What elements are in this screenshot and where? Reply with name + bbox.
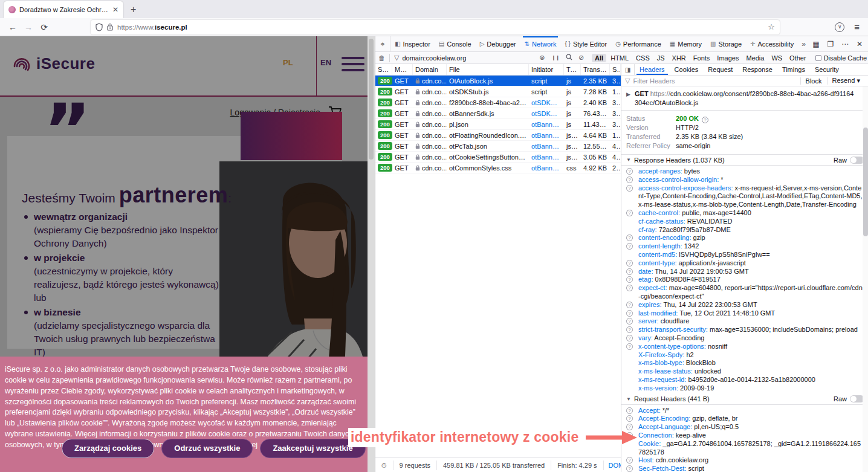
pause-icon[interactable]: ❙❙ — [548, 55, 562, 60]
help-icon[interactable]: ? — [626, 415, 633, 422]
filter-pill-fonts[interactable]: Fonts — [690, 54, 713, 62]
devtools-tab-inspector[interactable]: ◧Inspector — [390, 36, 435, 51]
header-row[interactable]: X-Firefox-Spdy: h2 — [621, 351, 868, 360]
header-row[interactable]: ?vary: Accept-Encoding — [621, 334, 868, 343]
app-menu-icon[interactable]: ≡ — [854, 22, 860, 32]
table-row[interactable]: 200GETcdn.co…otFloatingRoundedIcon.jsono… — [375, 130, 621, 141]
devtools-tab-network[interactable]: ⇅Network — [520, 36, 561, 51]
header-row[interactable]: ?cache-control: public, max-age=14400 — [621, 209, 868, 218]
table-row[interactable]: 200GETcdn.co…otPcTab.jsonotBanner…json12… — [375, 141, 621, 152]
shield-icon[interactable] — [96, 23, 103, 31]
header-row[interactable]: ?access-control-allow-origin: * — [621, 176, 868, 184]
filter-pill-all[interactable]: All — [592, 54, 606, 62]
table-row[interactable]: 200GETcdn.co…otSDKStub.jsscriptjs7.28 KB… — [375, 86, 621, 97]
devtools-tab-debugger[interactable]: ▷Debugger — [476, 36, 520, 51]
url-bar[interactable]: https://www.isecure.pl ☆ — [91, 20, 780, 34]
initiator-cell[interactable]: otBanner… — [529, 119, 564, 129]
header-row[interactable]: ?expect-ct: max-age=604800, report-uri="… — [621, 284, 868, 301]
url-text[interactable]: https://www.isecure.pl — [117, 24, 768, 31]
help-icon[interactable]: ? — [626, 302, 633, 308]
header-row[interactable]: ?content-encoding: gzip — [621, 234, 868, 242]
filter-pill-html[interactable]: HTML — [607, 54, 632, 62]
header-row[interactable]: x-ms-lease-status: unlocked — [621, 367, 868, 376]
table-row[interactable]: 200GETcdn.co…OtAutoBlock.jsscriptjs2.35 … — [375, 76, 621, 86]
help-icon[interactable]: ? — [626, 243, 633, 250]
help-icon[interactable]: ? — [626, 407, 633, 414]
help-icon[interactable]: ? — [626, 326, 633, 333]
resend-button[interactable]: Resend ▾ — [827, 77, 866, 85]
filter-pill-ws[interactable]: WS — [768, 54, 785, 62]
filter-pill-other[interactable]: Other — [786, 54, 809, 62]
column-header-domain[interactable]: Domain — [413, 64, 447, 75]
column-header-st[interactable]: St… — [375, 64, 392, 75]
help-icon[interactable]: ? — [626, 318, 633, 325]
initiator-cell[interactable]: otSDKSt… — [529, 97, 564, 108]
request-headers-section[interactable]: ▼ Request Headers (441 B) Raw — [621, 394, 868, 405]
forward-icon[interactable]: → — [21, 22, 36, 32]
cookie-button-2[interactable]: Odrzuć wszystkie — [161, 439, 253, 458]
header-row[interactable]: ?access-control-expose-headers: x-ms-req… — [621, 184, 868, 209]
header-row[interactable]: ?content-type: application/x-javascript — [621, 259, 868, 268]
split-panel-icon[interactable]: ◨ — [621, 64, 635, 75]
meatball-menu-icon[interactable]: ⋯ — [838, 40, 852, 48]
search-icon[interactable] — [563, 54, 575, 62]
page-scrollbar[interactable] — [368, 36, 375, 472]
filter-pill-js[interactable]: JS — [654, 54, 668, 62]
header-row[interactable]: ?etag: 0x8D98D8F4F819517 — [621, 276, 868, 284]
clear-filter-icon[interactable]: ⊗ — [539, 54, 548, 62]
details-tab-timings[interactable]: Timings — [777, 64, 810, 75]
details-scrollbar[interactable] — [863, 86, 868, 472]
header-row[interactable]: ?server: cloudflare — [621, 317, 868, 326]
filter-pill-css[interactable]: CSS — [633, 54, 653, 62]
header-row[interactable]: Cookie: _ga=GA1.2.704861004.1657825178; … — [621, 440, 868, 457]
header-row[interactable]: ?Host: cdn.cookielaw.org — [621, 456, 868, 465]
devtools-tab-memory[interactable]: ▦Memory — [666, 36, 706, 51]
response-headers-section[interactable]: ▼ Response Headers (1.037 KB) Raw — [621, 155, 868, 166]
header-row[interactable]: content-md5: lSVHQDp8yLpS5h8SniPgIw== — [621, 251, 868, 259]
pocket-icon[interactable]: ∨ — [835, 22, 844, 32]
column-header-size[interactable]: Size — [610, 64, 621, 75]
filter-headers-input[interactable]: Filter Headers — [633, 77, 675, 85]
header-row[interactable]: cf-ray: 72ac80f79f5a7b87-DME — [621, 226, 868, 234]
header-row[interactable]: x-ms-version: 2009-09-19 — [621, 384, 868, 393]
details-tab-request[interactable]: Request — [703, 64, 737, 75]
header-row[interactable]: ?Sec-Fetch-Dest: script — [621, 465, 868, 472]
new-tab-button[interactable]: + — [131, 1, 136, 18]
header-row[interactable]: cf-cache-status: REVALIDATED — [621, 218, 868, 226]
browser-tab[interactable]: Doradztwo w Zakresie Ochrony Dany ✕ — [4, 1, 123, 18]
header-row[interactable]: ?Accept: */* — [621, 407, 868, 415]
initiator-cell[interactable]: otBanner… — [529, 130, 564, 140]
filter-urls-input[interactable]: domain:cookielaw.org ⊗ — [402, 54, 548, 62]
devtools-tab-accessibility[interactable]: ✛Accessibility — [746, 36, 798, 51]
header-row[interactable]: ?content-length: 1342 — [621, 242, 868, 251]
table-row[interactable]: 200GETcdn.co…f2890bc8-88eb-4bac-a266-df9… — [375, 97, 621, 108]
close-devtools-icon[interactable]: ✕ — [853, 40, 866, 48]
more-tabs-icon[interactable]: » — [798, 36, 809, 51]
help-icon[interactable]: ? — [626, 310, 633, 317]
devtools-tab-storage[interactable]: ▥Storage — [706, 36, 746, 51]
help-icon[interactable]: ? — [626, 210, 633, 216]
help-icon[interactable]: ? — [626, 168, 633, 175]
details-tab-headers[interactable]: Headers — [635, 64, 670, 75]
help-icon[interactable]: ? — [626, 268, 633, 275]
cookie-button-1[interactable]: Zarządzaj cookies — [62, 439, 154, 458]
header-row[interactable]: x-ms-blob-type: BlockBlob — [621, 359, 868, 367]
column-header-transferred[interactable]: Transferred — [581, 64, 610, 75]
help-icon[interactable]: ? — [626, 343, 633, 350]
header-row[interactable]: ?expires: Thu, 14 Jul 2022 23:00:53 GMT — [621, 301, 868, 309]
help-icon[interactable]: ? — [626, 260, 633, 267]
bookmark-star-icon[interactable]: ☆ — [768, 22, 775, 31]
help-icon[interactable]: ? — [626, 185, 633, 192]
expand-triangle-icon[interactable]: ▶ — [626, 90, 630, 99]
help-icon[interactable]: ? — [626, 457, 633, 464]
initiator-cell[interactable]: otBanner… — [529, 141, 564, 151]
filter-pill-images[interactable]: Images — [714, 54, 742, 62]
header-row[interactable]: ?Accept-Language: pl,en-US;q=0.5 — [621, 423, 868, 432]
help-icon[interactable]: ? — [626, 234, 633, 241]
separate-window-icon[interactable]: ❐ — [824, 40, 837, 48]
column-header-file[interactable]: File — [447, 64, 529, 75]
column-header-initiator[interactable]: Initiator — [529, 64, 564, 75]
header-row[interactable]: ?strict-transport-security: max-age=3153… — [621, 326, 868, 334]
devtools-tab-style-editor[interactable]: { }Style Editor — [560, 36, 611, 51]
devtools-tab-console[interactable]: ▤Console — [435, 36, 476, 51]
